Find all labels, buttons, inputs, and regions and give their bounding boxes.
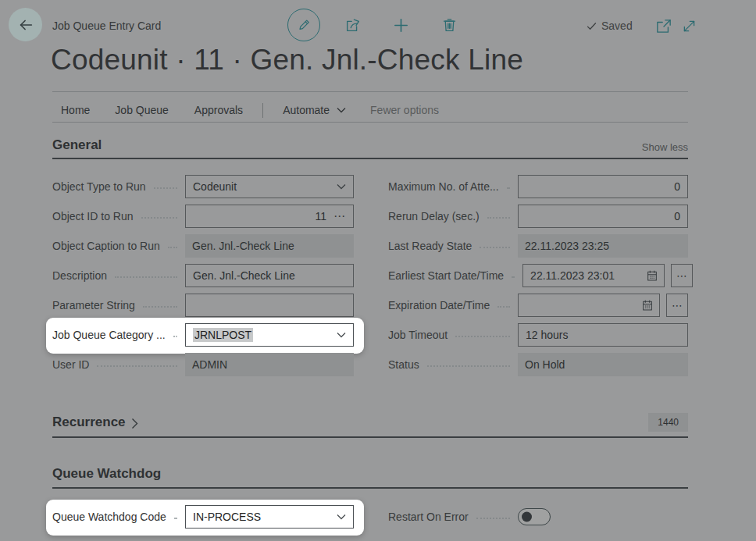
menu-item-job-queue[interactable]: Job Queue bbox=[115, 104, 169, 116]
input-value: 0 bbox=[674, 210, 680, 222]
field-status: Status On Hold bbox=[388, 353, 688, 376]
field-label: Object ID to Run bbox=[52, 210, 134, 222]
trash-icon bbox=[441, 16, 458, 33]
dotted-leader bbox=[143, 306, 177, 308]
queue-watchdog-fields: Queue Watchdog Code IN-PROCESS Restart O… bbox=[52, 505, 688, 535]
calendar-icon[interactable] bbox=[641, 299, 654, 311]
chevron-down-icon bbox=[337, 183, 346, 190]
automate-label: Automate bbox=[283, 104, 330, 116]
dotted-leader bbox=[507, 187, 510, 189]
general-section-rule bbox=[52, 158, 688, 159]
calendar-icon[interactable] bbox=[646, 269, 658, 282]
dotted-leader bbox=[115, 276, 177, 278]
job-timeout-input[interactable]: 12 hours bbox=[518, 323, 688, 347]
general-fields: Object Type to Run Codeunit Object ID to… bbox=[52, 175, 688, 383]
dotted-leader bbox=[154, 187, 177, 189]
input-value: 0 bbox=[674, 180, 680, 193]
field-value: ADMIN bbox=[192, 358, 227, 371]
earliest-start-assist-button[interactable]: ⋯ bbox=[671, 264, 693, 287]
last-ready-state-field: 22.11.2023 23:25 bbox=[518, 234, 688, 258]
expand-diagonal-icon bbox=[681, 18, 697, 34]
back-arrow-icon bbox=[17, 16, 34, 34]
recurrence-summary-badge: 1440 bbox=[648, 413, 688, 432]
share-button[interactable] bbox=[344, 16, 362, 34]
field-label: Job Queue Category ... bbox=[52, 329, 166, 341]
dotted-leader bbox=[97, 365, 177, 367]
input-value: 11 bbox=[315, 210, 326, 222]
recurrence-section-toggle[interactable]: Recurrence 1440 bbox=[52, 412, 688, 432]
menu-divider bbox=[262, 103, 263, 118]
field-label: Last Ready State bbox=[388, 240, 472, 252]
queue-watchdog-code-combobox[interactable]: IN-PROCESS bbox=[185, 505, 354, 529]
delete-button[interactable] bbox=[441, 16, 458, 33]
field-object-caption-to-run: Object Caption to Run Gen. Jnl.-Check Li… bbox=[52, 234, 354, 258]
menu-item-approvals[interactable]: Approvals bbox=[194, 104, 243, 116]
earliest-start-date-input[interactable]: 22.11.2023 23:01 bbox=[522, 264, 665, 287]
field-label: User ID bbox=[52, 358, 89, 371]
share-icon bbox=[344, 16, 362, 34]
dotted-leader bbox=[455, 336, 510, 337]
edit-button[interactable] bbox=[287, 9, 320, 41]
restart-on-error-toggle[interactable] bbox=[518, 508, 551, 525]
divider bbox=[52, 122, 688, 123]
object-type-combobox[interactable]: Codeunit bbox=[185, 175, 354, 198]
field-user-id: User ID ADMIN bbox=[52, 353, 354, 376]
field-label: Restart On Error bbox=[388, 511, 469, 523]
object-id-input[interactable]: 11 ⋯ bbox=[185, 205, 354, 228]
dotted-leader bbox=[141, 217, 178, 219]
dotted-leader bbox=[427, 365, 510, 367]
back-button[interactable] bbox=[9, 8, 42, 41]
combobox-selected-text: JRNLPOST bbox=[193, 328, 253, 342]
queue-watchdog-section: Queue Watchdog Queue Watchdog Code IN-PR… bbox=[52, 466, 688, 535]
dotted-leader bbox=[168, 247, 177, 248]
field-value: 22.11.2023 23:25 bbox=[525, 240, 609, 252]
field-label: Maximum No. of Atte... bbox=[388, 180, 499, 193]
open-in-window-button[interactable] bbox=[655, 19, 672, 34]
page-caption: Job Queue Entry Card bbox=[52, 20, 161, 32]
plus-icon bbox=[392, 16, 410, 34]
field-expiration: Expiration Date/Time ⋯ bbox=[388, 294, 688, 317]
expiration-assist-button[interactable]: ⋯ bbox=[666, 294, 688, 317]
page-title: Codeunit · 11 · Gen. Jnl.-Check Line bbox=[51, 44, 722, 77]
popout-icon bbox=[655, 19, 672, 34]
expiration-date-input[interactable] bbox=[518, 294, 660, 317]
field-object-id-to-run: Object ID to Run 11 ⋯ bbox=[52, 205, 354, 228]
expiration-control: ⋯ bbox=[518, 294, 688, 317]
general-section-header: General Show less bbox=[52, 137, 688, 153]
rerun-delay-input[interactable]: 0 bbox=[518, 205, 688, 228]
action-bar: Home Job Queue Approvals Automate Fewer … bbox=[52, 99, 688, 121]
description-input[interactable]: Gen. Jnl.-Check Line bbox=[185, 264, 354, 287]
field-value: On Hold bbox=[525, 358, 565, 371]
field-label: Object Type to Run bbox=[52, 180, 146, 193]
max-attempts-input[interactable]: 0 bbox=[518, 175, 688, 198]
toggle-knob bbox=[522, 512, 532, 522]
combobox-value: IN-PROCESS bbox=[193, 511, 261, 523]
checkmark-icon bbox=[586, 20, 597, 32]
input-value: Gen. Jnl.-Check Line bbox=[193, 269, 295, 282]
divider bbox=[52, 91, 688, 92]
menu-item-fewer-options[interactable]: Fewer options bbox=[370, 104, 439, 116]
field-max-attempts: Maximum No. of Atte... 0 bbox=[388, 175, 688, 198]
general-section-title: General bbox=[52, 137, 102, 153]
menu-item-automate[interactable]: Automate bbox=[283, 104, 346, 116]
field-label: Description bbox=[52, 269, 107, 282]
status-field: On Hold bbox=[518, 353, 688, 376]
menu-item-home[interactable]: Home bbox=[61, 104, 90, 116]
chevron-right-icon bbox=[130, 418, 139, 429]
parameter-string-input[interactable] bbox=[185, 294, 354, 317]
combobox-value: Codeunit bbox=[193, 180, 237, 193]
field-queue-watchdog-code-highlighted: Queue Watchdog Code IN-PROCESS bbox=[52, 505, 354, 529]
job-queue-entry-card-page: Job Queue Entry Card bbox=[0, 0, 756, 541]
job-queue-category-combobox[interactable]: JRNLPOST bbox=[185, 323, 354, 347]
lookup-assist-icon[interactable]: ⋯ bbox=[333, 209, 346, 223]
user-id-field: ADMIN bbox=[185, 353, 354, 376]
field-rerun-delay: Rerun Delay (sec.) 0 bbox=[388, 205, 688, 228]
field-object-type-to-run: Object Type to Run Codeunit bbox=[52, 175, 354, 198]
new-button[interactable] bbox=[392, 16, 410, 34]
dotted-leader bbox=[476, 518, 510, 519]
field-restart-on-error: Restart On Error bbox=[388, 505, 688, 529]
fullscreen-button[interactable] bbox=[681, 18, 697, 34]
input-value: 22.11.2023 23:01 bbox=[530, 269, 615, 282]
show-less-link[interactable]: Show less bbox=[642, 141, 688, 153]
restart-on-error-control bbox=[518, 508, 688, 525]
